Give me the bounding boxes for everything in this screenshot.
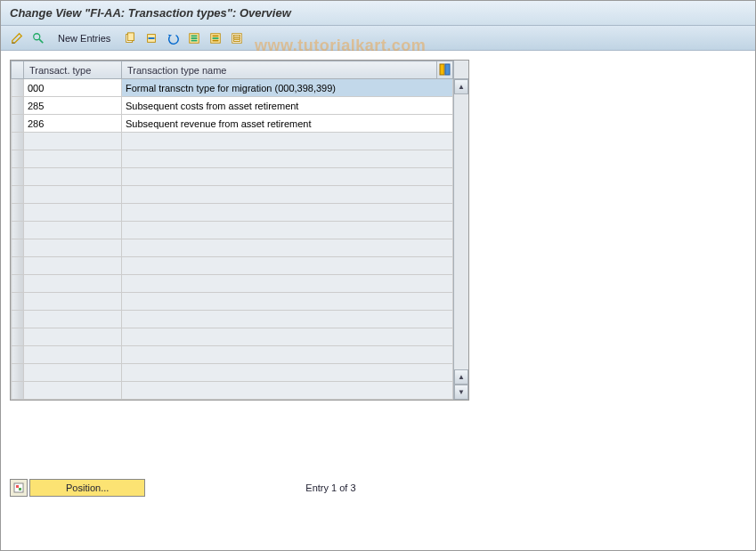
- empty-cell: [24, 311, 122, 328]
- row-selector[interactable]: [12, 239, 24, 257]
- empty-cell: [24, 328, 122, 346]
- row-selector[interactable]: [12, 328, 24, 346]
- svg-rect-19: [445, 64, 450, 75]
- svg-rect-8: [191, 37, 198, 39]
- row-selector-header[interactable]: [12, 61, 24, 79]
- svg-rect-22: [19, 488, 21, 490]
- delete-icon[interactable]: [142, 29, 160, 47]
- empty-cell: [24, 168, 122, 186]
- empty-cell: [122, 168, 453, 186]
- table-row: [12, 168, 453, 186]
- empty-cell: [122, 133, 453, 150]
- vertical-scrollbar[interactable]: ▲ ▲ ▼: [453, 61, 468, 400]
- transact-type-input[interactable]: [24, 115, 121, 132]
- page-title: Change View "FI-AA: Transaction types": …: [1, 1, 755, 26]
- empty-cell: [24, 133, 122, 150]
- row-selector[interactable]: [12, 346, 24, 364]
- column-header-transaction-name[interactable]: Transaction type name: [122, 61, 437, 79]
- svg-point-0: [34, 33, 40, 39]
- empty-cell: [24, 150, 122, 168]
- row-selector[interactable]: [12, 311, 24, 328]
- copy-icon[interactable]: [121, 29, 139, 47]
- table-row: [12, 382, 453, 400]
- row-selector[interactable]: [12, 79, 24, 97]
- row-selector[interactable]: [12, 150, 24, 168]
- table-row: [12, 222, 453, 239]
- table-row: [12, 311, 453, 328]
- svg-rect-21: [16, 485, 19, 488]
- empty-cell: [122, 382, 453, 400]
- scroll-track[interactable]: [454, 94, 468, 369]
- table-row: [12, 293, 453, 311]
- table-row: [12, 204, 453, 222]
- scroll-down-icon[interactable]: ▼: [454, 385, 468, 400]
- detail-view-icon[interactable]: [29, 29, 47, 47]
- row-selector[interactable]: [12, 97, 24, 115]
- row-selector[interactable]: [12, 204, 24, 222]
- empty-cell: [122, 239, 453, 257]
- transaction-name-input[interactable]: [122, 79, 452, 96]
- empty-cell: [122, 150, 453, 168]
- empty-cell: [122, 204, 453, 222]
- transact-type-input[interactable]: [24, 97, 121, 114]
- empty-cell: [122, 311, 453, 328]
- table-row: [12, 364, 453, 382]
- table-row: [12, 257, 453, 275]
- position-button[interactable]: Position...: [29, 479, 145, 497]
- row-selector[interactable]: [12, 293, 24, 311]
- row-selector[interactable]: [12, 133, 24, 150]
- table-row: [12, 346, 453, 364]
- empty-cell: [24, 222, 122, 239]
- empty-cell: [24, 275, 122, 293]
- table-row: [12, 133, 453, 150]
- table-row: [12, 79, 453, 97]
- svg-rect-12: [213, 37, 219, 39]
- empty-cell: [24, 257, 122, 275]
- transact-type-input[interactable]: [24, 79, 121, 96]
- row-selector[interactable]: [12, 382, 24, 400]
- empty-cell: [24, 346, 122, 364]
- scroll-page-up-icon[interactable]: ▲: [454, 369, 468, 385]
- column-header-transact-type[interactable]: Transact. type: [24, 61, 122, 79]
- empty-cell: [24, 186, 122, 204]
- select-all-icon[interactable]: [185, 29, 203, 47]
- row-selector[interactable]: [12, 115, 24, 133]
- svg-rect-18: [440, 64, 444, 75]
- transaction-types-table: Transact. type Transaction type name ▲ ▲…: [10, 60, 469, 401]
- empty-cell: [122, 364, 453, 382]
- toggle-display-change-icon[interactable]: [8, 29, 26, 47]
- select-block-icon[interactable]: [207, 29, 224, 47]
- row-selector[interactable]: [12, 222, 24, 239]
- table-row: [12, 328, 453, 346]
- empty-cell: [122, 186, 453, 204]
- svg-line-1: [39, 38, 43, 42]
- deselect-all-icon[interactable]: [228, 29, 246, 47]
- table-config-icon[interactable]: [437, 61, 453, 79]
- empty-cell: [24, 364, 122, 382]
- empty-cell: [24, 293, 122, 311]
- svg-rect-3: [128, 32, 134, 40]
- svg-rect-11: [213, 35, 219, 36]
- new-entries-button[interactable]: New Entries: [51, 29, 118, 47]
- empty-cell: [122, 328, 453, 346]
- row-selector[interactable]: [12, 364, 24, 382]
- entry-counter: Entry 1 of 3: [305, 482, 355, 493]
- empty-cell: [122, 275, 453, 293]
- position-icon[interactable]: [10, 479, 28, 497]
- empty-cell: [24, 204, 122, 222]
- empty-cell: [24, 239, 122, 257]
- row-selector[interactable]: [12, 275, 24, 293]
- row-selector[interactable]: [12, 168, 24, 186]
- transaction-name-input[interactable]: [122, 97, 452, 114]
- undo-icon[interactable]: [164, 29, 182, 47]
- table-row: [12, 239, 453, 257]
- svg-rect-7: [191, 35, 198, 36]
- row-selector[interactable]: [12, 257, 24, 275]
- table-row: [12, 150, 453, 168]
- table-row: [12, 115, 453, 133]
- transaction-name-input[interactable]: [122, 115, 452, 132]
- footer-row: Position... Entry 1 of 3: [10, 479, 482, 497]
- empty-cell: [122, 222, 453, 239]
- row-selector[interactable]: [12, 186, 24, 204]
- scroll-up-icon[interactable]: ▲: [454, 79, 468, 94]
